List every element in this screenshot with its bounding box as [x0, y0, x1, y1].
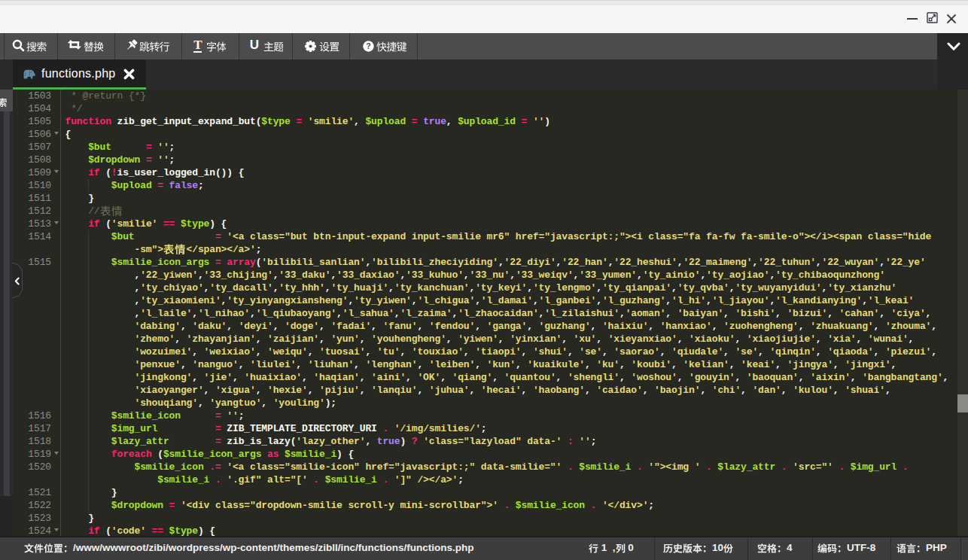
svg-text:?: ? [366, 41, 370, 50]
